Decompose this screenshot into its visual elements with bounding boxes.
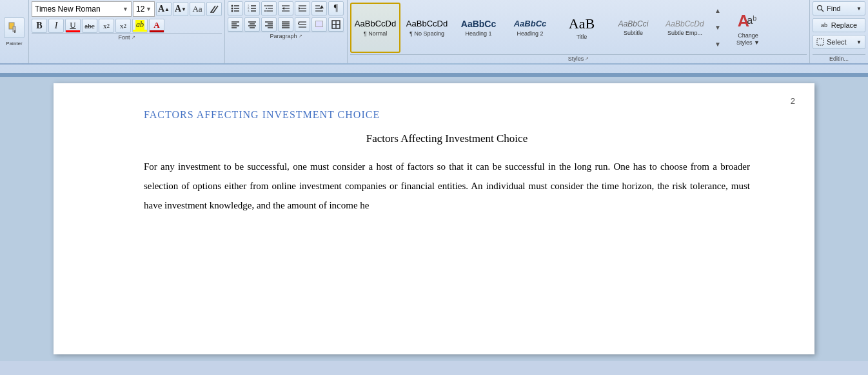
svg-point-6 [232, 5, 233, 7]
show-marks-button[interactable]: ¶ [328, 1, 344, 15]
svg-text:3.: 3. [248, 9, 250, 12]
borders-button[interactable] [328, 17, 344, 32]
align-left-button[interactable] [228, 17, 243, 32]
font-group-label: Font ↗ [32, 33, 222, 41]
svg-marker-25 [282, 7, 284, 10]
svg-text:b: b [753, 14, 756, 22]
bold-button[interactable]: B [32, 19, 47, 33]
change-styles-button[interactable]: A a b ChangeStyles ▼ [725, 6, 771, 49]
svg-line-63 [822, 10, 824, 12]
subscript-button[interactable]: x2 [99, 19, 114, 33]
styles-group-expand[interactable]: ↗ [585, 56, 589, 61]
align-center-button[interactable] [244, 17, 260, 32]
font-size-selector[interactable]: 12 ▼ [133, 1, 155, 17]
style-no-spacing[interactable]: AaBbCcDd ¶ No Spacing [402, 3, 452, 53]
styles-scroll: ▲ ▼ ▼ [711, 3, 724, 53]
svg-text:a: a [747, 15, 753, 26]
styles-group-label: Styles ↗ [350, 54, 807, 62]
style-subtitle[interactable]: AaBbCci Subtitle [608, 3, 658, 53]
change-styles-label: ChangeStyles ▼ [736, 32, 760, 46]
format-painter-button[interactable] [4, 17, 25, 38]
svg-point-20 [266, 8, 267, 9]
paragraph-group: 1. 2. 3. [225, 0, 348, 63]
sort-button[interactable] [311, 1, 327, 15]
select-button[interactable]: Select ▼ [813, 35, 865, 49]
styles-scroll-down[interactable]: ▼ [715, 25, 721, 31]
font-color-button[interactable]: A [149, 19, 164, 33]
superscript-button[interactable]: x2 [115, 19, 131, 33]
shading-button[interactable] [311, 17, 327, 32]
numbering-button[interactable]: 1. 2. 3. [244, 1, 260, 15]
italic-button[interactable]: I [48, 19, 64, 33]
multilevel-list-button[interactable] [261, 1, 277, 15]
replace-button[interactable]: ab Replace [813, 18, 865, 32]
document-title[interactable]: Factors Affecting Investment Choice [144, 132, 750, 145]
style-subtle-emphasis[interactable]: AaBbCcDd Subtle Emp... [660, 3, 710, 53]
svg-marker-29 [299, 7, 301, 10]
line-spacing-button[interactable] [295, 17, 310, 32]
text-highlight-button[interactable]: ab [132, 19, 148, 33]
svg-point-10 [232, 10, 233, 12]
styles-scroll-up[interactable]: ▲ [715, 8, 721, 14]
svg-point-22 [264, 10, 266, 12]
editing-group-label: Editin... [813, 54, 865, 62]
style-normal[interactable]: AaBbCcDd ¶ Normal [350, 3, 400, 53]
grow-font-button[interactable]: A▲ [156, 2, 172, 16]
font-group-expand[interactable]: ↗ [132, 35, 135, 40]
font-name-selector[interactable]: Times New Roman ▼ [32, 1, 132, 17]
style-heading2[interactable]: AaBbCc Heading 2 [505, 3, 555, 53]
increase-indent-button[interactable] [295, 1, 310, 15]
svg-marker-35 [320, 5, 324, 8]
format-painter-area: Painter [0, 0, 29, 63]
bullets-button[interactable] [228, 1, 243, 15]
strikethrough-button[interactable]: abc [82, 19, 97, 33]
size-dropdown-arrow[interactable]: ▼ [146, 6, 152, 12]
document-body[interactable]: For any investment to be successful, one… [144, 157, 750, 215]
editing-group: Find ▼ ab Replace Select ▼ Editin... [810, 0, 868, 63]
decrease-indent-button[interactable] [278, 1, 293, 15]
style-heading1[interactable]: AaBbCc Heading 1 [453, 3, 504, 53]
svg-point-8 [232, 8, 233, 10]
align-right-button[interactable] [261, 17, 277, 32]
svg-point-62 [818, 6, 822, 10]
page-number: 2 [791, 96, 795, 106]
svg-rect-65 [817, 39, 824, 45]
clear-formatting-button[interactable] [206, 2, 222, 16]
svg-text:ab: ab [821, 22, 827, 28]
style-title[interactable]: AaB Title [557, 3, 607, 53]
find-button[interactable]: Find ▼ [813, 1, 865, 15]
justify-button[interactable] [278, 17, 293, 32]
styles-expand[interactable]: ▼ [715, 41, 721, 48]
svg-point-18 [264, 5, 266, 6]
font-group: Times New Roman ▼ 12 ▼ A▲ A▼ Aa [29, 0, 225, 63]
document-heading-caps[interactable]: FACTORS AFFECTING INVESTMENT CHOICE [144, 109, 750, 121]
ribbon: Painter Times New Roman ▼ 12 ▼ A▲ A▼ Aa [0, 0, 868, 74]
svg-rect-2 [14, 30, 15, 33]
paragraph-group-label: Paragraph ↗ [228, 32, 344, 39]
font-dropdown-arrow[interactable]: ▼ [123, 6, 128, 12]
paragraph-group-expand[interactable]: ↗ [299, 34, 302, 39]
format-painter-label: Painter [6, 41, 22, 46]
styles-group: AaBbCcDd ¶ Normal AaBbCcDd ¶ No Spacing … [348, 0, 810, 63]
change-case-button[interactable]: Aa [190, 2, 205, 16]
document-page: 2 FACTORS AFFECTING INVESTMENT CHOICE Fa… [54, 83, 814, 354]
document-area: 2 FACTORS AFFECTING INVESTMENT CHOICE Fa… [0, 77, 868, 361]
shrink-font-button[interactable]: A▼ [173, 2, 188, 16]
underline-button[interactable]: U [65, 19, 81, 33]
